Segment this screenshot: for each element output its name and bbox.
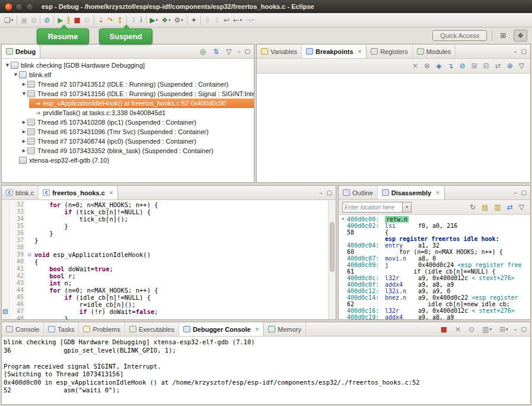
stack-frame-row[interactable]: ➜esp_vApplicationIdleHook() at freertos_… bbox=[2, 99, 254, 108]
disassembly-source-row[interactable]: 62 idle_cb[n]=new_idle_cb; bbox=[339, 301, 530, 307]
previous-annotation-icon[interactable]: ⇧ bbox=[212, 14, 222, 26]
view-tab-outline[interactable]: Outline bbox=[339, 186, 378, 199]
disassembly-source-row[interactable]: 61 if (idle_cb[n]==NULL) { bbox=[339, 268, 530, 275]
view-menu-icon[interactable]: ▽ bbox=[517, 60, 526, 72]
run-icon[interactable]: ▶▾ bbox=[148, 14, 160, 26]
view-tab-executables[interactable]: Executables bbox=[125, 322, 179, 336]
debug-perspective-icon[interactable]: ❖ bbox=[514, 30, 527, 42]
collapse-all-icon[interactable]: ⊟ bbox=[482, 60, 491, 72]
editor-tab-freertos-hooks-c[interactable]: cfreertos_hooks.c✕ bbox=[39, 186, 118, 199]
console-output[interactable]: blink checking [GDB Hardware Debugging] … bbox=[2, 337, 530, 404]
skip-all-breakpoints-icon[interactable]: ⊘ bbox=[42, 14, 52, 26]
open-perspective-icon[interactable]: ⊞ bbox=[497, 30, 509, 41]
folding-ruler[interactable]: ⊖ bbox=[26, 201, 33, 319]
sync-with-active-context-icon[interactable]: ⇄ bbox=[505, 201, 515, 213]
quick-access-button[interactable]: Quick Access bbox=[432, 30, 487, 41]
close-icon[interactable]: ✕ bbox=[358, 49, 362, 55]
go-to-file-for-breakpoint-icon[interactable]: ↴ bbox=[445, 60, 455, 72]
next-annotation-icon[interactable]: ⇩ bbox=[203, 14, 212, 26]
disassembly-instruction-row[interactable]: 400d0c14:bnez.na9, 0x400d0c22 <esp_regis… bbox=[339, 294, 530, 301]
debug-tree-row[interactable]: ▶Thread #9 1073433352 (blink_task) (Susp… bbox=[2, 146, 254, 156]
open-console-icon[interactable]: ⊞▾ bbox=[498, 323, 510, 335]
terminate-icon[interactable]: ■ bbox=[439, 323, 449, 335]
view-tab-registers[interactable]: Registers bbox=[367, 45, 412, 58]
code-editor[interactable]: 3233343536373839404142434445464748 ⊖ for… bbox=[2, 201, 336, 319]
annotation-ruler[interactable] bbox=[2, 201, 9, 319]
view-tab-variables[interactable]: Variables bbox=[257, 45, 302, 58]
link-with-debug-view-icon[interactable]: ⇄ bbox=[493, 60, 503, 72]
disassembly-instruction-row[interactable]: 400d0c0c:l32ra9, 0x400d012c <_stext+276> bbox=[339, 275, 530, 281]
expand-arrow-icon[interactable]: ▶ bbox=[21, 139, 27, 144]
disassembly-instruction-row[interactable]: 400d0c19:addx4a9, a8, a9 bbox=[339, 314, 530, 319]
maximize-window-icon[interactable] bbox=[26, 3, 34, 11]
external-tools-icon[interactable]: ⚙▾ bbox=[173, 14, 185, 26]
breakpoints-list[interactable] bbox=[257, 74, 530, 182]
step-into-icon[interactable]: ⇣ bbox=[96, 14, 106, 26]
view-tab-disassembly[interactable]: Disassembly✕ bbox=[378, 186, 445, 199]
disassembly-instruction-row[interactable]: 400d0c02:lsif0, a0, 216 bbox=[339, 223, 530, 229]
expand-all-icon[interactable]: ⊞ bbox=[470, 60, 479, 72]
view-menu-icon[interactable]: ▽ bbox=[224, 46, 233, 58]
pin-console-icon[interactable]: ⊙ bbox=[467, 323, 476, 335]
debug-tree-row[interactable]: ▶Thread #2 1073413512 (IDLE : Running) (… bbox=[2, 80, 254, 89]
close-icon[interactable]: ✕ bbox=[109, 190, 114, 196]
code-text[interactable]: for (n=0; n<MAX_HOOKS; n++) { if (tick_c… bbox=[33, 201, 328, 319]
maximize-view-icon[interactable]: ▢ bbox=[327, 190, 332, 196]
terminate-icon[interactable]: ■ bbox=[72, 14, 82, 26]
debug-tree-row[interactable]: ▼Thread #3 1073413156 (IDLE : Running) (… bbox=[2, 89, 254, 99]
disassembly-instruction-row[interactable]: 400d0c09:j0x400d0c24 <esp_register_free bbox=[339, 262, 530, 268]
instruction-stepping-mode-icon[interactable]: ⇅ bbox=[211, 46, 221, 58]
disassembly-source-row[interactable]: 58{ bbox=[339, 229, 530, 236]
show-source-icon[interactable]: ▤ bbox=[480, 201, 490, 213]
refresh-icon[interactable]: ↻ bbox=[468, 201, 477, 213]
display-selected-console-icon[interactable]: ▥▾ bbox=[480, 323, 493, 335]
minimize-view-icon[interactable]: – bbox=[320, 190, 323, 196]
debug-icon[interactable]: ❖▾ bbox=[160, 14, 172, 26]
view-tab-memory[interactable]: Memory bbox=[264, 322, 306, 336]
debug-tree-row[interactable]: ▶Thread #6 1073431096 (Tmr Svc) (Suspend… bbox=[2, 127, 254, 137]
show-breakpoints-for-selection-icon[interactable]: ◈ bbox=[434, 60, 443, 72]
close-icon[interactable]: ✕ bbox=[435, 190, 440, 196]
disassembly-instruction-row[interactable]: 400d0c07:movi.na8, 0 bbox=[339, 255, 530, 262]
remove-selected-breakpoints-icon[interactable]: ✕ bbox=[410, 60, 420, 72]
maximize-view-icon[interactable]: ▢ bbox=[521, 190, 527, 196]
fold-collapse-icon[interactable]: ⊖ bbox=[26, 251, 33, 258]
expand-arrow-icon[interactable]: ▶ bbox=[21, 82, 27, 87]
collapse-arrow-icon[interactable]: ▼ bbox=[12, 72, 19, 77]
disassembly-instruction-row[interactable]: ➜400d0c00:retw.n bbox=[339, 216, 530, 223]
combo-dropdown-icon[interactable]: ▾ bbox=[403, 202, 412, 212]
disassembly-label-row[interactable]: esp_register_freertos_idle_hook: bbox=[339, 236, 530, 242]
disassembly-instruction-row[interactable]: 400d0c04:entrya1, 32 bbox=[339, 242, 530, 249]
view-menu-icon[interactable]: ▽ bbox=[517, 201, 526, 213]
maximize-view-icon[interactable]: ▢ bbox=[245, 49, 250, 55]
expand-arrow-icon[interactable]: ▶ bbox=[21, 120, 27, 125]
save-icon[interactable]: ▣ bbox=[19, 14, 29, 26]
debug-tree-row[interactable]: ▼blink checking [GDB Hardware Debugging] bbox=[2, 61, 254, 70]
location-combo[interactable]: Enter location here ▾ bbox=[342, 202, 412, 212]
scrollbar-thumb[interactable] bbox=[330, 222, 335, 272]
debug-tree-row[interactable]: ▼blink.elf bbox=[2, 70, 254, 80]
show-opcodes-icon[interactable]: ▥ bbox=[492, 201, 502, 213]
last-edit-location-icon[interactable]: ↩ bbox=[222, 14, 231, 26]
debug-tree-row[interactable]: ▶Thread #5 1073410208 (ipc1) (Suspended … bbox=[2, 118, 254, 127]
minimize-view-icon[interactable]: – bbox=[514, 326, 517, 332]
maximize-view-icon[interactable]: ▢ bbox=[521, 49, 527, 55]
instruction-stepping-icon[interactable]: i bbox=[138, 14, 144, 26]
minimize-view-icon[interactable]: – bbox=[514, 190, 517, 196]
search-icon[interactable]: ✦ bbox=[189, 14, 199, 26]
disassembly-instruction-row[interactable]: 400d0c16:l32ra9, 0x400d012c <_stext+276> bbox=[339, 307, 530, 314]
view-tab-modules[interactable]: Modules bbox=[413, 45, 456, 58]
collapse-arrow-icon[interactable]: ▼ bbox=[4, 63, 11, 68]
view-tab-problems[interactable]: Problems bbox=[79, 322, 125, 336]
maximize-view-icon[interactable]: ▢ bbox=[521, 326, 527, 332]
view-tab-debugger-console[interactable]: Debugger Console✕ bbox=[179, 322, 264, 336]
forward-icon[interactable]: →▾ bbox=[244, 14, 256, 26]
disassembly-instruction-row[interactable]: 400d0c12:l32i.na9, a9, 0 bbox=[339, 288, 530, 294]
view-tab-tasks[interactable]: Tasks bbox=[44, 322, 79, 336]
minimize-window-icon[interactable] bbox=[15, 3, 23, 11]
add-breakpoint-icon[interactable]: ⊕ bbox=[505, 60, 515, 72]
step-over-icon[interactable]: ↷ bbox=[106, 14, 115, 26]
back-icon[interactable]: ←▾ bbox=[231, 14, 244, 26]
minimize-view-icon[interactable]: – bbox=[514, 49, 517, 55]
new-wizard-icon[interactable]: ❏▾ bbox=[2, 14, 15, 26]
